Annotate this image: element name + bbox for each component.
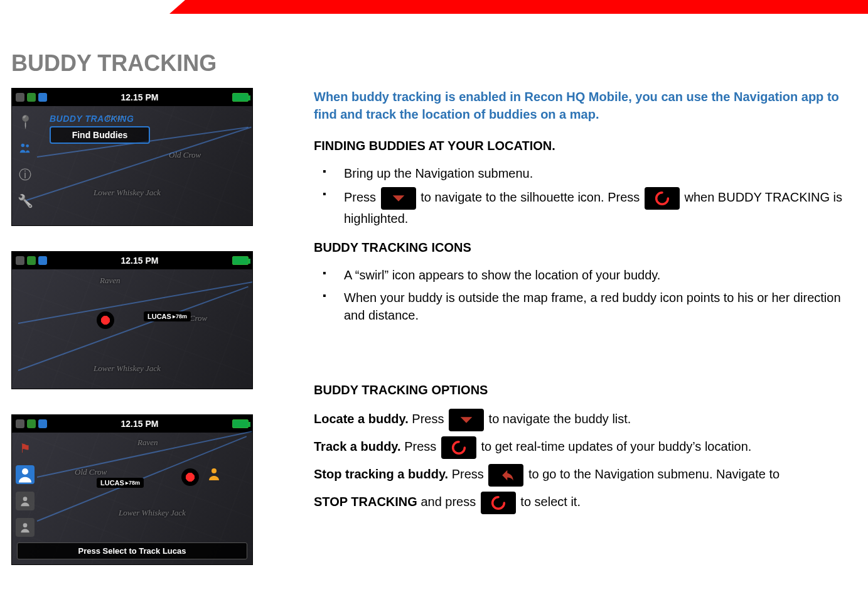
trail-line	[18, 281, 253, 324]
battery-icon	[232, 256, 249, 265]
buddy-swirl-icon[interactable]	[97, 311, 114, 329]
person-icon[interactable]	[16, 518, 35, 537]
buddy-distance: ▸78m	[126, 480, 140, 486]
status-time: 12.15 PM	[121, 256, 159, 266]
status-bar: 12.15 PM	[12, 415, 252, 433]
step-text: Bring up the Navigation submenu.	[344, 166, 533, 180]
map-trail-label: Raven	[137, 438, 158, 448]
step-item: Bring up the Navigation submenu.	[314, 164, 862, 182]
option-text: Press	[412, 412, 447, 426]
status-time: 12.15 PM	[121, 419, 159, 429]
down-chevron-icon	[381, 187, 416, 210]
option-label: Stop tracking a buddy.	[314, 467, 448, 481]
status-bar: 12.15 PM	[12, 252, 252, 269]
screenshot-buddy-on-map: 12.15 PM Raven Old Crow Lower Whiskey Ja…	[11, 251, 253, 389]
down-chevron-icon	[449, 409, 484, 431]
status-bt-icon	[38, 93, 47, 102]
map-background: Raven Old Crow Lower Whiskey Jack	[12, 269, 252, 389]
option-text: to get real-time updates of your buddy’s…	[481, 439, 751, 453]
menu-title: BUDDY TRACKING	[50, 114, 150, 124]
status-dot-icon	[16, 256, 24, 265]
step-text: to navigate to the silhouette icon. Pres…	[421, 190, 643, 204]
note-text: When your buddy is outside the map frame…	[344, 291, 841, 322]
buddy-person-icon[interactable]	[206, 466, 222, 482]
buddy-tracking-menu: BUDDY TRACKING Find Buddies	[50, 114, 150, 144]
option-stop: Stop tracking a buddy. Press to go to th…	[314, 464, 862, 487]
icons-notes-list: A “swirl” icon appears to show the locat…	[314, 266, 862, 324]
option-track: Track a buddy. Press to get real-time up…	[314, 436, 862, 459]
select-swirl-icon	[441, 436, 476, 459]
settings-icon[interactable]	[16, 191, 35, 210]
buddy-icon-selected[interactable]	[16, 465, 35, 484]
option-label: Track a buddy.	[314, 439, 401, 453]
option-text: Press	[452, 467, 488, 481]
map-trail-label: Lower Whiskey Jack	[94, 364, 161, 374]
section-heading-finding: FINDING BUDDIES AT YOUR LOCATION.	[314, 137, 862, 154]
side-icon-rail	[12, 106, 42, 225]
trail-line	[18, 286, 249, 371]
screenshot-track-buddy: 12.15 PM Raven Old Crow Lower Whiskey Ja…	[11, 414, 253, 565]
status-icons	[16, 256, 47, 265]
find-buddies-button[interactable]: Find Buddies	[50, 126, 150, 144]
section-heading-icons: BUDDY TRACKING ICONS	[314, 239, 862, 256]
note-item: When your buddy is outside the map frame…	[314, 289, 862, 324]
option-text: and press	[421, 495, 479, 509]
finding-steps-list: Bring up the Navigation submenu. Press t…	[314, 164, 862, 227]
svg-point-1	[26, 144, 29, 148]
map-trail-label: Lower Whiskey Jack	[94, 188, 161, 198]
section-heading-options: BUDDY TRACKING OPTIONS	[314, 381, 862, 399]
back-arrow-icon	[488, 464, 523, 487]
header-bar	[0, 0, 868, 14]
svg-point-5	[212, 468, 217, 473]
select-swirl-icon	[481, 492, 516, 514]
map-trail-label: Raven	[100, 276, 120, 286]
person-icon[interactable]	[16, 492, 35, 510]
info-icon[interactable]	[16, 165, 35, 184]
option-label: Locate a buddy.	[314, 412, 409, 426]
option-locate: Locate a buddy. Press to navigate the bu…	[314, 409, 862, 431]
header-accent	[169, 0, 868, 14]
status-bar: 12.15 PM	[12, 89, 252, 106]
status-gps-icon	[27, 419, 36, 428]
svg-point-2	[22, 468, 28, 475]
status-bt-icon	[38, 419, 47, 428]
buddy-icon[interactable]	[16, 139, 35, 158]
option-stop-tracking: STOP TRACKING and press to select it.	[314, 492, 862, 514]
map-trail-label: Lower Whiskey Jack	[119, 508, 186, 518]
pin-icon[interactable]	[16, 112, 35, 131]
screenshot-find-buddies: 12.15 PM Raven Old Crow Lower Whiskey Ja…	[11, 88, 253, 226]
intro-text: When buddy tracking is enabled in Recon …	[314, 88, 862, 123]
note-text: A “swirl” icon appears to show the locat…	[344, 268, 660, 282]
select-swirl-icon	[645, 187, 680, 210]
status-dot-icon	[16, 93, 24, 102]
status-icons	[16, 419, 47, 428]
svg-point-0	[21, 144, 25, 148]
option-text: Press	[404, 439, 440, 453]
status-dot-icon	[16, 419, 24, 428]
page-title: BUDDY TRACKING	[11, 50, 217, 77]
status-time: 12.15 PM	[121, 92, 159, 102]
option-text: to go to the Navigation submenu. Navigat…	[528, 467, 780, 481]
status-bt-icon	[38, 256, 47, 265]
battery-icon	[232, 93, 249, 102]
buddy-name: LUCAS	[147, 313, 171, 320]
screenshots-column: 12.15 PM Raven Old Crow Lower Whiskey Ja…	[11, 88, 253, 590]
buddy-tag[interactable]: LUCAS ▸78m	[97, 478, 144, 488]
status-icons	[16, 93, 47, 102]
step-item: Press to navigate to the silhouette icon…	[314, 187, 862, 227]
flag-icon[interactable]	[16, 439, 35, 458]
option-label: STOP TRACKING	[314, 495, 417, 509]
battery-icon	[232, 419, 249, 428]
note-item: A “swirl” icon appears to show the locat…	[314, 266, 862, 284]
status-gps-icon	[27, 256, 36, 265]
body-copy: When buddy tracking is enabled in Recon …	[314, 88, 862, 519]
svg-point-3	[23, 497, 28, 501]
option-text: to navigate the buddy list.	[489, 412, 631, 426]
track-prompt-banner: Press Select to Track Lucas	[17, 542, 247, 559]
option-text: to select it.	[520, 495, 581, 509]
buddy-tag[interactable]: LUCAS ▸78m	[144, 311, 191, 321]
buddy-name: LUCAS	[100, 479, 124, 487]
svg-point-4	[23, 523, 28, 527]
buddy-distance: ▸78m	[173, 313, 187, 320]
buddy-swirl-icon[interactable]	[181, 468, 199, 486]
